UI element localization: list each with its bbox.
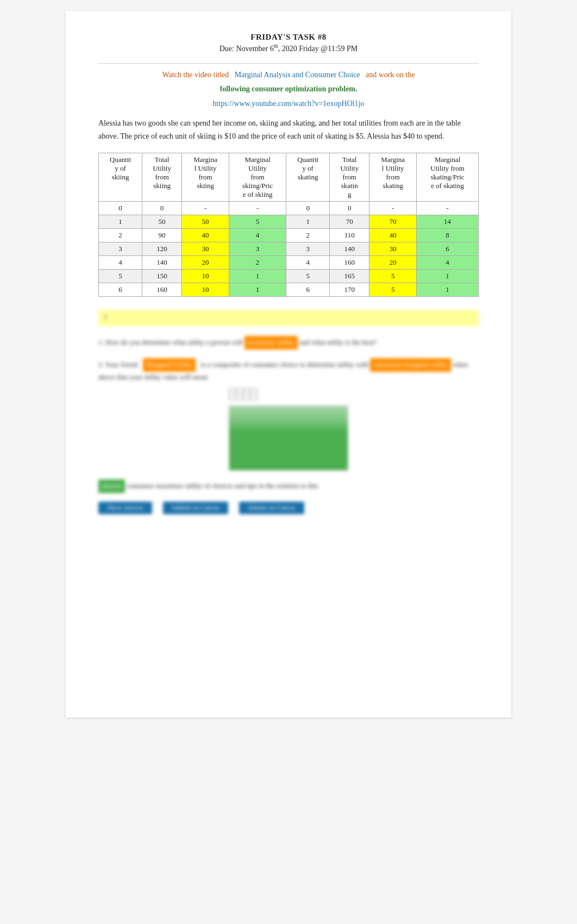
table-cell: 30 [369, 242, 417, 256]
table-cell: 160 [142, 283, 182, 297]
table-cell: 20 [369, 256, 417, 270]
table-cell: 0 [286, 202, 330, 215]
intro-line: Watch the video titled Marginal Analysis… [98, 69, 479, 81]
blurred-chart [229, 405, 348, 471]
table-cell: 140 [330, 242, 369, 256]
submit-canvas-btn2: Submit on Canvas [239, 502, 304, 514]
watch-suffix: and work on the [366, 71, 415, 79]
intro-line2: following consumer optimization problem. [98, 83, 479, 95]
header: FRIDAY'S TASK #8 Due: November 6th, 2020… [98, 33, 479, 53]
col-header-tus: TotalUtilityfromskiing [142, 153, 182, 202]
description-text: Alessia has two goods she can spend her … [98, 117, 479, 143]
table-cell: 2 [99, 229, 142, 242]
table-cell: 1 [229, 270, 286, 283]
table-cell: 0 [99, 202, 142, 215]
due-label: Due: November 6 [219, 45, 274, 53]
table-cell: 150 [142, 270, 182, 283]
blurred-content: 7 1. How do you determine what utility a… [98, 310, 479, 514]
table-cell: 5 [286, 270, 330, 283]
table-cell: 70 [369, 215, 417, 229]
table-cell: 30 [182, 242, 229, 256]
table-cell: 165 [330, 270, 369, 283]
table-cell: 5 [99, 270, 142, 283]
blurred-q3: answer consumer maximize utility of choi… [98, 479, 479, 493]
table-cell: 4 [286, 256, 330, 270]
table-cell: 50 [182, 215, 229, 229]
row7: 7 [98, 310, 479, 326]
col-header-mups: MarginalUtilityfromskiing/Price of skiin… [229, 153, 286, 202]
col-header-musk: Marginal Utilityfromskating [369, 153, 417, 202]
blurred-chart-area [98, 388, 479, 471]
table-cell: 5 [369, 283, 417, 297]
table-cell: 3 [286, 242, 330, 256]
show-answer-btn: Show Answer [98, 502, 152, 514]
table-cell: - [369, 202, 417, 215]
table-cell: 3 [99, 242, 142, 256]
row7-label: 7 [104, 314, 108, 322]
utility-table: Quantity ofskiing TotalUtilityfromskiing… [98, 153, 479, 297]
table-cell: 1 [99, 215, 142, 229]
table-cell: 1 [286, 215, 330, 229]
watch-suffix2: following consumer optimization problem. [219, 85, 357, 93]
divider-top [98, 63, 479, 64]
table-cell: 0 [330, 202, 369, 215]
table-cell: 1 [417, 283, 479, 297]
due-superscript: th [274, 43, 278, 49]
blurred-highlight2: Marginal Utility [143, 358, 196, 372]
blurred-q3-highlight: answer [98, 479, 125, 493]
table-cell: 6 [99, 283, 142, 297]
table-cell: - [182, 202, 229, 215]
table-cell: 14 [417, 215, 479, 229]
table-cell: 3 [229, 242, 286, 256]
table-cell: 50 [142, 215, 182, 229]
table-cell: - [229, 202, 286, 215]
col-header-qs: Quantity ofskiing [99, 153, 142, 202]
table-cell: 90 [142, 229, 182, 242]
table-cell: 6 [286, 283, 330, 297]
video-title: Marginal Analysis and Consumer Choice [235, 71, 360, 79]
blurred-highlight3: maximum marginal utility [370, 358, 450, 372]
table-cell: 5 [369, 270, 417, 283]
table-cell: 2 [286, 229, 330, 242]
table-cell: 120 [142, 242, 182, 256]
page: FRIDAY'S TASK #8 Due: November 6th, 2020… [66, 11, 511, 717]
table-cell: 140 [142, 256, 182, 270]
table-cell: 8 [417, 229, 479, 242]
col-header-mupsk: MarginalUtility fromskating/Price of ska… [417, 153, 479, 202]
video-link-line: https://www.youtube.com/watch?v=1exopHOl… [98, 99, 479, 108]
watch-prefix: Watch the video titled [162, 71, 229, 79]
table-cell: 5 [229, 215, 286, 229]
table-cell: 1 [417, 270, 479, 283]
table-cell: 2 [229, 256, 286, 270]
blurred-btn-row: Show Answer Submit on Canvas Submit on C… [98, 502, 479, 514]
page-title: FRIDAY'S TASK #8 [98, 33, 479, 42]
table-cell: 110 [330, 229, 369, 242]
table-cell: 10 [182, 270, 229, 283]
blurred-q1: 1. How do you determine what utility a p… [98, 336, 479, 349]
table-cell: 40 [182, 229, 229, 242]
table-cell: 4 [229, 229, 286, 242]
table-cell: 4 [417, 256, 479, 270]
table-cell: 40 [369, 229, 417, 242]
col-header-qsk: Quantity ofskating [286, 153, 330, 202]
submit-canvas-btn1: Submit on Canvas [163, 502, 228, 514]
due-date: Due: November 6th, 2020 Friday @11:59 PM [98, 43, 479, 53]
table-cell: 0 [142, 202, 182, 215]
video-link[interactable]: https://www.youtube.com/watch?v=1exopHOl… [212, 99, 364, 108]
table-cell: 20 [182, 256, 229, 270]
blurred-highlight1: maximize utility [244, 336, 298, 349]
table-cell: 6 [417, 242, 479, 256]
table-cell: 70 [330, 215, 369, 229]
table-cell: 4 [99, 256, 142, 270]
table-cell: - [417, 202, 479, 215]
table-cell: 170 [330, 283, 369, 297]
blurred-inner-table [229, 388, 258, 400]
col-header-tusk: TotalUtilityfromskating [330, 153, 369, 202]
table-cell: 1 [229, 283, 286, 297]
col-header-mus: Marginal Utilityfromskiing [182, 153, 229, 202]
video-url: https://www.youtube.com/watch?v=1exopHOl… [212, 99, 364, 108]
video-title-link[interactable]: Marginal Analysis and Consumer Choice [235, 71, 360, 79]
table-cell: 10 [182, 283, 229, 297]
table-cell: 160 [330, 256, 369, 270]
blurred-q2: 2. Your friend Marginal Utility is a com… [98, 358, 479, 471]
